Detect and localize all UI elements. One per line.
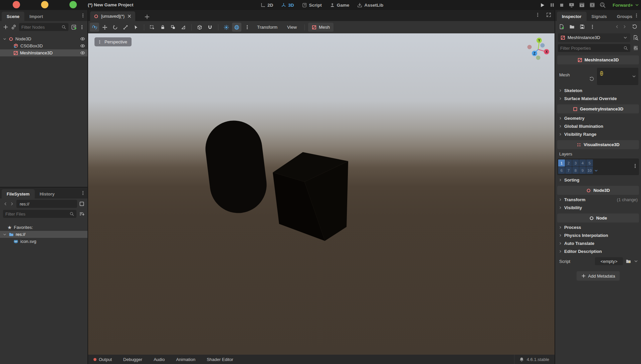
tab-import[interactable]: Import [24, 12, 48, 21]
layer-cell-4[interactable]: 4 [579, 159, 586, 166]
tab-groups[interactable]: Groups [612, 12, 637, 21]
instantiate-scene-icon[interactable] [11, 24, 16, 30]
fold-process[interactable]: Process [555, 223, 641, 231]
tab-audio[interactable]: Audio [154, 357, 165, 362]
macos-zoom-button[interactable] [69, 1, 77, 8]
dock-menu-icon[interactable] [80, 13, 85, 18]
visibility-eye-icon[interactable] [80, 43, 85, 48]
rotate-mode-button[interactable] [111, 23, 120, 32]
stop-button[interactable] [559, 3, 564, 8]
layer-cell-10[interactable]: 10 [586, 167, 593, 174]
layer-cell-5[interactable]: 5 [586, 159, 593, 166]
menu-mesh[interactable]: Mesh [308, 23, 334, 32]
fold-surface-material-override[interactable]: Surface Material Override [555, 94, 641, 102]
snap-mode-button[interactable] [205, 23, 215, 32]
tab-3d[interactable]: 3D [281, 3, 294, 8]
tab-signals[interactable]: Signals [587, 12, 612, 21]
save-resource-button[interactable] [580, 24, 585, 29]
layer-cell-7[interactable]: 7 [565, 167, 572, 174]
tab-filesystem[interactable]: FileSystem [2, 189, 35, 199]
favorites-row[interactable]: ★ Favorites: [0, 224, 87, 231]
macos-minimize-button[interactable] [41, 1, 48, 8]
node-selector-dropdown[interactable]: MeshInstance3D [558, 33, 630, 42]
play-scene-button[interactable] [579, 2, 585, 8]
movie-maker-icon[interactable] [600, 2, 606, 8]
property-tools-icon[interactable] [633, 45, 638, 51]
add-scene-tab-button[interactable] [144, 14, 150, 20]
history-back-icon[interactable] [615, 24, 619, 29]
quick-load-folder-icon[interactable] [626, 259, 631, 264]
add-metadata-button[interactable]: Add Metadata [577, 271, 620, 281]
visibility-eye-icon[interactable] [80, 50, 85, 55]
version-info[interactable]: 4.6.1.stable [514, 355, 549, 364]
axis-neg-x-handle[interactable] [527, 45, 532, 49]
fold-transform[interactable]: Transform (1 change) [555, 196, 641, 204]
layer-cell-6[interactable]: 6 [558, 167, 565, 174]
axis-neg-y-handle[interactable] [536, 56, 541, 60]
filter-properties-input[interactable] [560, 46, 621, 51]
ruler-mode-button[interactable] [179, 23, 188, 32]
close-icon[interactable] [127, 14, 132, 18]
layers-expand-icon[interactable] [594, 168, 598, 173]
move-mode-button[interactable] [100, 23, 110, 32]
layer-cell-2[interactable]: 2 [565, 159, 572, 166]
tree-row-meshinstance3d[interactable]: MeshInstance3D [0, 49, 87, 56]
tab-script[interactable]: Script [302, 3, 322, 8]
layer-cell-1[interactable]: 1 [558, 159, 565, 166]
fold-skeleton[interactable]: Skeleton [555, 86, 641, 94]
play-button[interactable] [540, 2, 545, 8]
menu-transform[interactable]: Transform [253, 25, 282, 30]
chevron-down-icon[interactable] [3, 37, 7, 41]
expand-viewport-icon[interactable] [546, 12, 551, 17]
scene-tree-menu-icon[interactable] [79, 25, 84, 30]
tree-row-csgbox3d[interactable]: CSGBox3D [0, 42, 87, 49]
chevron-down-icon[interactable] [634, 259, 638, 264]
dock-menu-icon[interactable] [80, 191, 85, 196]
visibility-eye-icon[interactable] [80, 36, 85, 41]
tree-row-node3d[interactable]: Node3D [0, 35, 87, 42]
filter-properties-search[interactable] [558, 44, 630, 52]
tab-scene[interactable]: Scene [2, 12, 24, 21]
macos-close-button[interactable] [13, 1, 20, 8]
layers-menu-icon[interactable] [633, 163, 638, 168]
play-custom-scene-button[interactable] [589, 2, 595, 8]
dock-menu-icon[interactable] [634, 13, 639, 18]
3d-viewport[interactable]: Y X Z Perspective [88, 33, 555, 355]
fold-auto-translate[interactable]: Auto Translate [555, 239, 641, 247]
nav-forward-icon[interactable] [10, 202, 14, 206]
tab-game[interactable]: Game [330, 3, 350, 8]
layer-cell-9[interactable]: 9 [579, 167, 586, 174]
remote-debug-icon[interactable] [569, 2, 575, 8]
root-folder-row[interactable]: res:// [0, 231, 87, 238]
preview-sun-toggle[interactable] [222, 23, 231, 32]
lock-selected-button[interactable] [158, 23, 167, 32]
load-resource-button[interactable] [569, 24, 575, 29]
perspective-button[interactable]: Perspective [94, 37, 132, 46]
fold-global-illumination[interactable]: Global Illumination [555, 122, 641, 130]
filter-nodes-input[interactable] [21, 25, 59, 30]
layer-cell-3[interactable]: 3 [572, 159, 579, 166]
script-value[interactable]: <empty> [595, 257, 623, 265]
tab-history[interactable]: History [35, 189, 60, 199]
preview-environment-toggle[interactable] [232, 23, 241, 32]
resource-menu-icon[interactable] [590, 24, 595, 29]
selectable-list-button[interactable] [131, 23, 141, 32]
local-space-button[interactable] [195, 23, 204, 32]
tab-animation[interactable]: Animation [176, 357, 195, 362]
sort-files-icon[interactable] [79, 211, 84, 217]
fold-sorting[interactable]: Sorting [555, 176, 641, 184]
renderer-dropdown[interactable]: Forward+ [613, 3, 639, 8]
filter-files-input[interactable] [5, 212, 67, 217]
add-node-button[interactable] [3, 24, 8, 30]
nav-back-icon[interactable] [3, 202, 8, 206]
filter-files-search[interactable] [3, 210, 76, 218]
revert-icon[interactable] [589, 76, 594, 81]
current-path[interactable]: res:// [16, 200, 77, 208]
open-docs-icon[interactable] [633, 35, 638, 40]
tab-2d[interactable]: 2D [260, 3, 273, 8]
axis-neg-z-handle[interactable] [541, 43, 545, 48]
tab-inspector[interactable]: Inspector [557, 12, 587, 21]
fold-editor-description[interactable]: Editor Description [555, 247, 641, 255]
pause-button[interactable] [550, 2, 555, 8]
fold-physics-interpolation[interactable]: Physics Interpolation [555, 231, 641, 239]
